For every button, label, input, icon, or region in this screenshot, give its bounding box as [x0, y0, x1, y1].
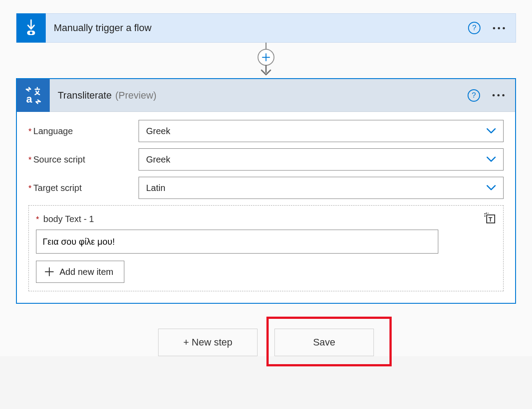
- body-text-section: * body Text - 1 T Γεια σου φίλε μ: [28, 205, 504, 291]
- save-button[interactable]: Save: [274, 329, 374, 356]
- svg-point-1: [30, 32, 32, 34]
- chevron-down-icon: [486, 155, 496, 164]
- field-source-script-select[interactable]: Greek: [139, 148, 504, 171]
- field-target-script-select[interactable]: Latin: [139, 177, 504, 199]
- body-text-input[interactable]: Γεια σου φίλε μου!: [36, 230, 438, 254]
- action-card: a Transliterate (Preview) ?: [16, 78, 516, 304]
- field-target-script-row: * Target script Latin: [28, 177, 504, 199]
- field-source-script-row: * Source script Greek: [28, 148, 504, 171]
- insert-step-button[interactable]: [258, 49, 274, 66]
- flow-canvas: Manually trigger a flow ?: [0, 0, 532, 356]
- action-subtitle: (Preview): [111, 90, 468, 101]
- token-picker-icon[interactable]: T: [484, 212, 496, 226]
- chevron-down-icon: [486, 183, 496, 193]
- trigger-title: Manually trigger a flow: [46, 22, 468, 34]
- field-language-label: * Language: [28, 126, 139, 136]
- more-icon[interactable]: [492, 94, 504, 96]
- help-icon[interactable]: ?: [468, 22, 480, 34]
- trigger-icon: [16, 13, 46, 43]
- add-new-item-button[interactable]: Add new item: [36, 261, 124, 283]
- footer: + New step Save: [0, 329, 532, 356]
- more-icon[interactable]: [493, 27, 505, 29]
- trigger-card[interactable]: Manually trigger a flow ?: [16, 13, 516, 43]
- transliterate-icon: a: [17, 79, 50, 112]
- field-target-script-label: * Target script: [28, 183, 139, 193]
- connector: [0, 43, 532, 78]
- chevron-down-icon: [486, 126, 496, 136]
- action-header[interactable]: a Transliterate (Preview) ?: [17, 79, 515, 112]
- plus-icon: [44, 267, 54, 277]
- help-icon[interactable]: ?: [468, 89, 480, 102]
- svg-text:a: a: [26, 93, 32, 105]
- field-language-row: * Language Greek: [28, 120, 504, 142]
- body-text-label: * body Text - 1: [36, 214, 94, 224]
- field-source-script-label: * Source script: [28, 155, 139, 165]
- action-title: Transliterate: [50, 90, 111, 101]
- field-language-select[interactable]: Greek: [139, 120, 504, 142]
- svg-text:T: T: [488, 216, 492, 223]
- new-step-button[interactable]: + New step: [158, 329, 258, 356]
